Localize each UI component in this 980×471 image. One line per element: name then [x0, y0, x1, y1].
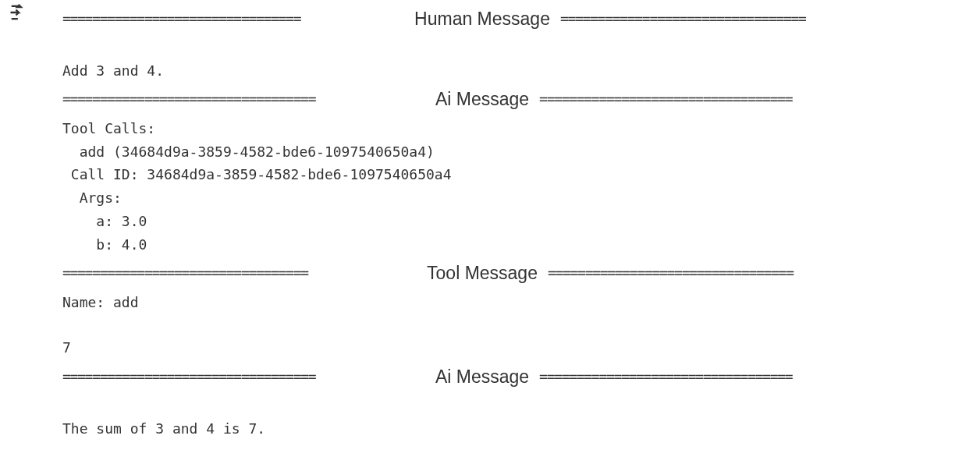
ai-message-label: Ai Message	[433, 85, 531, 114]
cell-output: ================================ Human M…	[62, 2, 902, 440]
tool-calls-label: Tool Calls:	[62, 117, 902, 140]
tool-arg-a: a: 3.0	[62, 210, 902, 233]
tool-args-label: Args:	[62, 186, 902, 210]
human-message-text: Add 3 and 4.	[62, 59, 902, 83]
tool-message-header: ================================= Tool M…	[62, 259, 902, 288]
tool-message-label: Tool Message	[424, 259, 540, 288]
human-message-header: ================================ Human M…	[62, 5, 902, 34]
header-rule-right: =================================	[548, 262, 902, 285]
ai-message-text: The sum of 3 and 4 is 7.	[62, 417, 902, 441]
tool-arg-b: b: 4.0	[62, 233, 902, 257]
header-rule-left: ==================================	[62, 366, 425, 388]
ai-message-header-2: ================================== Ai Me…	[62, 363, 902, 391]
header-rule-right: ==================================	[539, 88, 902, 111]
output-icon	[8, 12, 30, 26]
blank-line	[62, 37, 902, 59]
tool-call-name: add (34684d9a-3859-4582-bde6-1097540650a…	[62, 140, 902, 164]
cell-output-indicator[interactable]	[8, 2, 30, 27]
ai-message-label-2: Ai Message	[433, 363, 531, 391]
header-rule-left: =================================	[62, 262, 417, 285]
blank-line	[62, 314, 902, 337]
blank-line	[62, 395, 902, 417]
human-message-label: Human Message	[412, 5, 552, 34]
tool-name-line: Name: add	[62, 291, 902, 314]
header-rule-right: =================================	[560, 8, 902, 30]
ai-message-header: ================================== Ai Me…	[62, 85, 902, 114]
header-rule-left: ==================================	[62, 88, 425, 111]
header-rule-right: ==================================	[539, 366, 902, 388]
tool-result: 7	[62, 336, 902, 359]
header-rule-left: ================================	[62, 8, 404, 30]
tool-call-id: Call ID: 34684d9a-3859-4582-bde6-1097540…	[62, 163, 902, 186]
